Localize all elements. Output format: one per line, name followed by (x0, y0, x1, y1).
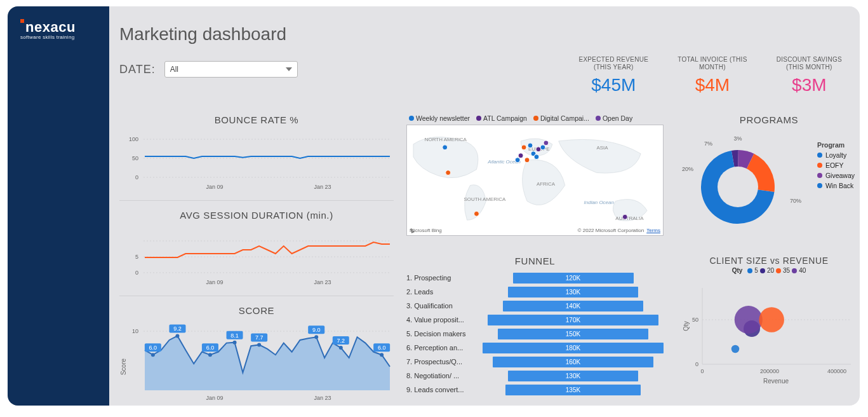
svg-text:20%: 20% (682, 166, 693, 172)
client-size-revenue-chart[interactable]: Qty 0 50 0 200000 400000 Revenue (681, 275, 857, 386)
funnel-rows: 1. Prospecting 120K 2. Leads 130K 3. Qua… (406, 271, 664, 396)
brand-logo: nexacu software skills training (20, 19, 76, 40)
date-filter-label: DATE: (119, 63, 156, 76)
programs-title: PROGRAMS (681, 114, 857, 125)
map-legend-item: Digital Campai... (533, 114, 589, 122)
funnel-row-label: 2. Leads (406, 288, 483, 296)
map-legend-item: Weekly newsletter (409, 114, 470, 122)
kpi-value: $4M (678, 75, 747, 95)
svg-text:SOUTH AMERICA: SOUTH AMERICA (464, 196, 506, 202)
programs-legend-item: Giveaway (817, 172, 855, 179)
svg-text:Jan 09: Jan 09 (206, 395, 223, 401)
svg-text:9.2: 9.2 (173, 325, 182, 332)
svg-point-26 (208, 353, 212, 357)
svg-point-83 (735, 306, 763, 334)
svg-text:7.7: 7.7 (255, 334, 264, 341)
kpi-title: TOTAL INVOICE (THIS (678, 56, 747, 64)
bounce-rate-panel: BOUNCE RATE % 0 50 100 Jan 09 Jan 23 (119, 114, 394, 201)
campaign-map-panel: Weekly newsletterATL CampaignDigital Cam… (406, 114, 664, 236)
svg-text:6.0: 6.0 (149, 345, 157, 351)
map-copyright: © 2022 Microsoft Corporation Terms (578, 228, 660, 233)
funnel-bar[interactable]: 130K (508, 287, 639, 297)
session-duration-title: AVG SESSION DURATION (min.) (119, 210, 394, 221)
left-charts-column: BOUNCE RATE % 0 50 100 Jan 09 Jan 23 AVG… (119, 114, 394, 406)
svg-point-62 (518, 153, 523, 158)
funnel-bar[interactable]: 130K (508, 371, 639, 381)
svg-point-52 (443, 145, 448, 150)
svg-text:Indian Ocean: Indian Ocean (584, 200, 615, 205)
svg-point-59 (540, 145, 545, 150)
svg-point-65 (622, 214, 627, 219)
kpi-row: EXPECTED REVENUE (THIS YEAR) $45M TOTAL … (578, 56, 842, 95)
funnel-bar[interactable]: 120K (513, 273, 634, 284)
map-legend: Weekly newsletterATL CampaignDigital Cam… (409, 114, 664, 122)
brand-tagline: software skills training (20, 34, 76, 40)
kpi-title: DISCOUNT SAVINGS (777, 56, 842, 64)
map-legend-item: ATL Campaign (476, 114, 527, 122)
funnel-row: 4. Value proposit... 170K (406, 313, 664, 326)
funnel-row: 8. Negotiation/ ... 130K (406, 369, 664, 382)
bing-icon (410, 228, 416, 234)
kpi-subtitle: MONTH) (678, 64, 747, 71)
funnel-row: 3. Qualification 140K (406, 299, 664, 312)
svg-text:3%: 3% (733, 135, 742, 142)
svg-point-54 (474, 211, 479, 216)
map-attribution: Microsoft Bing (410, 228, 442, 233)
svg-text:0: 0 (700, 368, 704, 374)
client-size-revenue-panel: CLIENT SIZE vs REVENUE Qty 5203540 Qty 0… (681, 256, 857, 389)
svg-text:9.0: 9.0 (312, 327, 321, 333)
svg-text:70%: 70% (790, 198, 801, 204)
kpi-subtitle: (THIS YEAR) (578, 64, 648, 71)
funnel-row-label: 3. Qualification (406, 302, 483, 310)
scatter-size-legend: Qty 5203540 (681, 267, 857, 274)
svg-point-63 (515, 158, 520, 163)
kpi-subtitle: (THIS MONTH) (777, 64, 842, 71)
svg-point-56 (528, 143, 533, 148)
bounce-rate-chart[interactable]: 0 50 100 Jan 09 Jan 23 (119, 126, 394, 196)
chevron-down-icon (286, 67, 292, 71)
svg-text:50: 50 (692, 317, 698, 323)
scatter-legend-item: 5 (747, 267, 758, 274)
programs-legend-item: EOFY (817, 161, 855, 169)
svg-text:8.1: 8.1 (230, 332, 239, 339)
funnel-row-label: 4. Value proposit... (406, 316, 483, 324)
svg-text:Jan 23: Jan 23 (314, 279, 331, 285)
kpi-value: $45M (578, 75, 648, 95)
svg-text:Revenue: Revenue (763, 378, 789, 385)
funnel-bar[interactable]: 170K (488, 315, 658, 325)
svg-text:100: 100 (129, 136, 138, 142)
scatter-legend-item: 40 (792, 267, 806, 274)
funnel-row-label: 9. Leads convert... (406, 386, 483, 393)
svg-point-84 (759, 307, 784, 332)
svg-point-41 (380, 353, 384, 357)
svg-text:AFRICA: AFRICA (537, 181, 556, 187)
date-filter-select[interactable]: All (164, 61, 298, 78)
svg-point-60 (544, 140, 549, 146)
svg-point-23 (175, 334, 179, 338)
campaign-map[interactable]: NORTH AMERICA EUROPE ASIA AFRICA SOUTH A… (406, 125, 664, 236)
funnel-bar[interactable]: 150K (498, 329, 649, 339)
funnel-bar[interactable]: 160K (493, 357, 653, 367)
funnel-row-label: 5. Decision makers (406, 330, 483, 338)
funnel-bar[interactable]: 140K (503, 301, 644, 311)
programs-legend-item: Win Back (817, 182, 855, 189)
kpi-total-invoice: TOTAL INVOICE (THIS MONTH) $4M (678, 56, 747, 95)
funnel-panel: FUNNEL 1. Prospecting 120K 2. Leads 130K… (406, 256, 664, 397)
programs-legend: Program LoyaltyEOFYGiveawayWin Back (817, 141, 855, 192)
map-legend-item: Open Day (596, 114, 632, 122)
session-duration-chart[interactable]: 0 5 Jan 09 Jan 23 (119, 222, 394, 292)
svg-text:7.2: 7.2 (337, 338, 345, 344)
funnel-row-label: 8. Negotiation/ ... (406, 372, 483, 379)
funnel-bar[interactable]: 135K (505, 385, 641, 395)
scatter-legend-item: 20 (760, 267, 774, 274)
svg-text:Score: Score (120, 359, 127, 376)
funnel-title: FUNNEL (406, 256, 664, 266)
score-chart[interactable]: Score 10 Jan 09 Jan 23 6.09.26.08.17.79.… (119, 317, 394, 406)
svg-text:0: 0 (135, 270, 138, 276)
kpi-expected-revenue: EXPECTED REVENUE (THIS YEAR) $45M (578, 56, 648, 95)
svg-text:NORTH AMERICA: NORTH AMERICA (425, 137, 467, 142)
svg-text:7%: 7% (704, 140, 712, 147)
funnel-bar[interactable]: 180K (483, 343, 664, 353)
svg-text:Qty: Qty (683, 321, 690, 331)
map-terms-link[interactable]: Terms (646, 228, 660, 233)
